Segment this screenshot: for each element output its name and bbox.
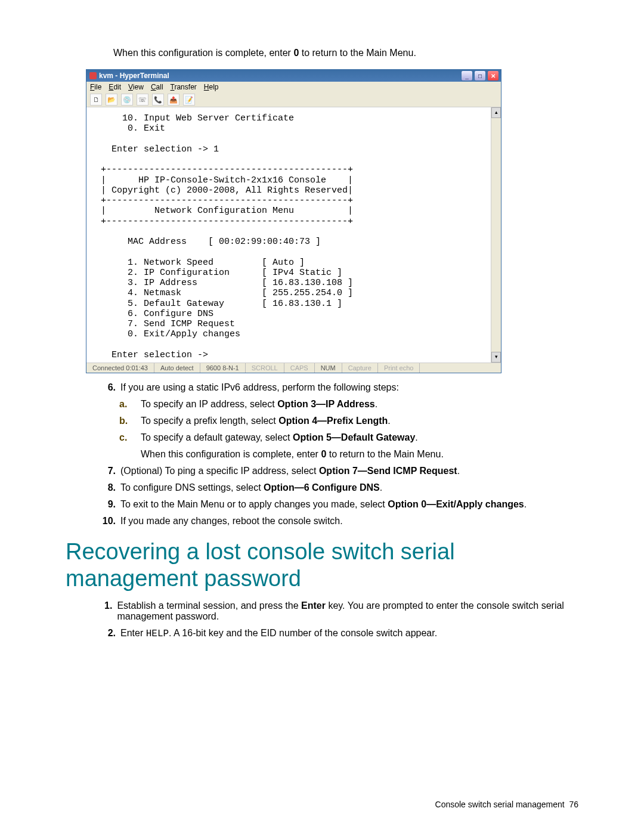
- recover-2-code: HELP: [146, 628, 169, 639]
- open-icon[interactable]: 📂: [106, 94, 117, 106]
- disconnect-icon[interactable]: 📞: [152, 94, 164, 106]
- status-scroll: SCROLL: [246, 363, 284, 373]
- section-heading: Recovering a lost console switch serial …: [66, 538, 578, 592]
- step-9-pre: To exit to the Main Menu or to apply cha…: [120, 499, 388, 509]
- step-9-post: .: [524, 499, 527, 509]
- terminal-output: 10. Input Web Server Certificate 0. Exit…: [86, 107, 491, 363]
- step-6c-bold: Option 5—Default Gateway: [293, 432, 415, 442]
- footer-text: Console switch serial management: [435, 800, 565, 809]
- step-7-num: 7.: [95, 466, 120, 476]
- step-6b: b. To specify a prefix length, select Op…: [119, 416, 578, 426]
- scroll-down-icon[interactable]: ▾: [491, 352, 501, 363]
- footer-page: 76: [569, 800, 578, 809]
- intro-prefix: When this configuration is complete, ent…: [113, 48, 293, 58]
- menu-call[interactable]: Call: [151, 83, 163, 91]
- new-icon[interactable]: 🗋: [90, 94, 102, 106]
- hyperterminal-window: kvm - HyperTerminal _ □ ✕ File Edit View…: [86, 69, 501, 373]
- step-6a-pre: To specify an IP address, select: [141, 399, 277, 409]
- disc-icon[interactable]: 💿: [121, 94, 133, 106]
- menu-view[interactable]: View: [128, 83, 144, 91]
- step-10: 10. If you made any changes, reboot the …: [95, 516, 578, 527]
- recover-step-2: 2. Enter HELP. A 16-bit key and the EID …: [95, 628, 578, 639]
- page-footer: Console switch serial management 76: [435, 800, 578, 809]
- menu-transfer[interactable]: Transfer: [171, 83, 197, 91]
- statusbar: Connected 0:01:43 Auto detect 9600 8-N-1…: [86, 363, 501, 373]
- minimize-button[interactable]: _: [461, 70, 473, 81]
- close-button[interactable]: ✕: [487, 70, 499, 81]
- status-baud: 9600 8-N-1: [200, 363, 246, 373]
- menu-help[interactable]: Help: [204, 83, 219, 91]
- recover-2-post: . A 16-bit key and the EID number of the…: [169, 628, 437, 638]
- step-7-pre: (Optional) To ping a specific IP address…: [120, 466, 319, 476]
- titlebar: kvm - HyperTerminal _ □ ✕: [86, 70, 501, 82]
- step-6-tail: When this configuration is complete, ent…: [119, 449, 578, 460]
- properties-icon[interactable]: 📝: [183, 94, 195, 106]
- scrollbar[interactable]: ▴ ▾: [491, 107, 501, 363]
- toolbar: 🗋 📂 💿 ☏ 📞 📤 📝: [86, 92, 501, 107]
- intro-suffix: to return to the Main Menu.: [299, 48, 416, 58]
- step-9-num: 9.: [95, 499, 120, 510]
- maximize-button[interactable]: □: [474, 70, 486, 81]
- send-icon[interactable]: 📤: [168, 94, 179, 106]
- step-6b-pre: To specify a prefix length, select: [141, 416, 278, 426]
- step-6c-post: .: [415, 432, 417, 442]
- step-7-bold: Option 7—Send ICMP Request: [319, 466, 457, 476]
- status-capture: Capture: [342, 363, 378, 373]
- step-10-text: If you made any changes, reboot the cons…: [120, 516, 343, 527]
- step-6a-post: .: [375, 399, 377, 409]
- step-8: 8. To configure DNS settings, select Opt…: [95, 482, 578, 493]
- step-6b-post: .: [388, 416, 390, 426]
- intro-key: 0: [293, 48, 299, 58]
- step-6: 6. If you are using a static IPv6 addres…: [95, 382, 578, 393]
- connect-icon[interactable]: ☏: [137, 94, 148, 106]
- step-6-text: If you are using a static IPv6 address, …: [120, 382, 399, 393]
- status-connected: Connected 0:01:43: [86, 363, 154, 373]
- step-8-post: .: [380, 482, 382, 493]
- step-6a-bold: Option 3—IP Address: [277, 399, 375, 409]
- recover-step-1: 1. Establish a terminal session, and pre…: [95, 600, 578, 622]
- scroll-up-icon[interactable]: ▴: [491, 107, 501, 118]
- recover-1-bold: Enter: [301, 600, 326, 611]
- step-8-pre: To configure DNS settings, select: [120, 482, 264, 493]
- step-6a-letter: a.: [119, 399, 141, 410]
- recover-1-num: 1.: [95, 600, 117, 622]
- status-printecho: Print echo: [378, 363, 420, 373]
- status-num: NUM: [315, 363, 342, 373]
- step-6-num: 6.: [95, 382, 120, 393]
- recover-2-num: 2.: [95, 628, 120, 639]
- menubar: File Edit View Call Transfer Help: [86, 82, 501, 92]
- step-6-tail-pre: When this configuration is complete, ent…: [141, 449, 321, 459]
- menu-file[interactable]: File: [90, 83, 101, 91]
- intro-line: When this configuration is complete, ent…: [113, 48, 578, 58]
- window-title: kvm - HyperTerminal: [99, 72, 169, 80]
- step-6b-letter: b.: [119, 416, 141, 426]
- status-caps: CAPS: [284, 363, 315, 373]
- recover-1-pre: Establish a terminal session, and press …: [117, 600, 301, 611]
- step-7: 7. (Optional) To ping a specific IP addr…: [95, 466, 578, 476]
- scroll-thumb[interactable]: [491, 118, 501, 352]
- step-10-num: 10.: [95, 516, 120, 527]
- recover-2-pre: Enter: [120, 628, 146, 638]
- step-9: 9. To exit to the Main Menu or to apply …: [95, 499, 578, 510]
- step-7-post: .: [457, 466, 460, 476]
- status-autodetect: Auto detect: [154, 363, 200, 373]
- app-icon: [89, 72, 97, 79]
- step-6b-bold: Option 4—Prefix Length: [278, 416, 388, 426]
- step-6c-pre: To specify a default gateway, select: [141, 432, 293, 442]
- menu-edit[interactable]: Edit: [109, 83, 121, 91]
- step-9-bold: Option 0—Exit/Apply changes: [388, 499, 524, 509]
- step-8-bold: Option—6 Configure DNS: [264, 482, 380, 493]
- step-8-num: 8.: [95, 482, 120, 493]
- step-6c: c. To specify a default gateway, select …: [119, 432, 578, 443]
- step-6-tail-bold: 0: [321, 449, 326, 459]
- step-6-tail-post: to return to the Main Menu.: [326, 449, 444, 459]
- step-6a: a. To specify an IP address, select Opti…: [119, 399, 578, 410]
- step-6c-letter: c.: [119, 432, 141, 443]
